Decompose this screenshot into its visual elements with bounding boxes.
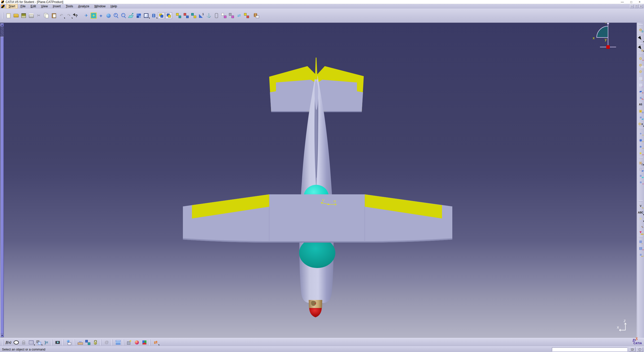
toolbar-handle[interactable] [639,157,643,159]
pan-icon[interactable]: + [98,12,104,19]
cut-icon[interactable]: ✂ [35,12,42,19]
toolbar-handle[interactable] [63,339,64,345]
existing-component-icon[interactable]: ▤→ [638,75,644,81]
measure-between-icon[interactable]: ↔ [77,339,84,346]
scenes-icon[interactable]: ▣◎ [638,160,644,166]
close-button[interactable]: × [639,0,640,4]
swap-visible-space-icon[interactable] [166,12,172,19]
command-input[interactable] [552,347,627,351]
toolbar-handle[interactable] [2,13,4,19]
existing-component-positioned-icon[interactable]: ▤→ [638,82,644,88]
toolbar-handle[interactable] [639,24,643,26]
annotation-query-icon[interactable]: ▤✎ [638,223,644,229]
flag-note-icon[interactable]: ⚑ [638,216,644,222]
iso-view-icon[interactable] [143,12,149,19]
constraints-icon[interactable]: ⇄ [152,339,159,346]
plane-model[interactable] [183,58,452,317]
turntable-icon[interactable] [66,339,72,346]
comments-icon[interactable] [13,339,19,346]
tail-stabilizer-right[interactable] [317,80,363,112]
toolbar-handle[interactable] [639,43,643,45]
link-icon[interactable]: @ [103,339,110,346]
fin-tip-yellow[interactable] [315,58,317,79]
new-component-icon[interactable]: ⚙▪ [638,56,644,62]
whats-this-icon[interactable]: ? [73,12,80,19]
camera-icon[interactable] [54,339,61,346]
generate-numbering-icon[interactable]: A5 [638,101,644,107]
paperclip-icon[interactable] [213,12,220,19]
toolbar-handle[interactable] [51,339,53,345]
fast-multi-instantiation-icon[interactable]: ⚙n [638,121,644,127]
update-gear-icon[interactable] [243,12,250,19]
manage-representations-icon[interactable]: ≡▰ [638,114,644,120]
toolbar-handle[interactable] [112,339,113,345]
distance-band-analysis-icon[interactable]: ≡↩ [638,252,644,258]
material-ball-icon[interactable] [134,339,140,346]
toolbar-handle[interactable] [639,53,643,55]
mdi-restore-button[interactable]: □ [634,5,638,8]
save-icon[interactable] [20,12,27,19]
weld-planner-icon[interactable]: ▼▬ [638,229,644,235]
menu-start[interactable]: Start [6,4,18,9]
menu-analyze[interactable]: Analyze [76,4,91,8]
measure-item-icon[interactable] [85,339,91,346]
redo-icon[interactable]: ↷ [66,12,72,19]
measure-inertia-icon[interactable] [92,339,99,346]
paste-icon[interactable] [51,12,57,19]
3d-viewport[interactable]: V H z x y Z X ▲ [0,23,637,338]
compass[interactable]: z x y [593,23,616,49]
menu-edit[interactable]: Edit [28,4,38,8]
zoom-out-icon[interactable]: − [120,12,127,19]
explode-icon[interactable]: ∗▪ [638,144,644,150]
dialog-toggle-button[interactable] [629,347,635,352]
restore-button[interactable]: □ [630,0,632,4]
swap-arrows-icon[interactable]: ⇄ [236,12,242,19]
scrollbar-thumb[interactable] [1,37,4,334]
stop-manipulate-on-clash-icon[interactable]: ★▪ [638,150,644,156]
new-part-icon[interactable]: ⚙▧ [638,69,644,75]
insert-component-icon[interactable] [183,12,189,19]
normal-view-icon[interactable]: ↗ [128,12,134,19]
toolbar-handle[interactable] [74,339,75,345]
snap-screen-icon[interactable] [221,12,227,19]
equivalent-dimensions-icon[interactable]: }= [43,339,50,346]
text-with-leader-icon[interactable]: ABC [638,209,644,215]
formula-icon[interactable]: f(x) [5,339,12,346]
knowledge-lock-icon[interactable] [35,339,42,346]
anchor-icon[interactable]: ⚓ [206,12,212,19]
menu-window[interactable]: Window [92,4,108,8]
manipulation-icon[interactable]: +▪ [638,130,644,137]
mdi-minimize-button[interactable]: — [630,5,634,8]
lock-icon[interactable] [20,339,27,346]
toolbar-handle[interactable] [639,128,643,129]
magic-material-icon[interactable] [126,339,133,346]
set-square-icon[interactable]: 1 [198,12,205,19]
toolbar-handle[interactable] [149,339,151,345]
tail-stabilizer-left[interactable] [270,80,316,112]
menu-tools[interactable]: Tools [63,4,75,8]
scene-graph-icon[interactable]: ≡▪ [638,179,644,185]
screwdriver-icon[interactable] [228,12,235,19]
select-icon[interactable] [638,36,644,42]
rotate-icon[interactable] [105,12,112,19]
sectioning-icon[interactable]: ▤▪ [638,245,644,251]
graphic-properties-icon[interactable] [141,339,148,346]
render-style-icon[interactable] [150,12,157,19]
scrollbar-track[interactable] [1,27,4,37]
copy-icon[interactable] [43,12,50,19]
fly-mode-icon[interactable]: ✈ [83,12,90,19]
new-document-icon[interactable] [5,12,12,19]
catalog-browser-icon[interactable] [253,12,260,19]
multi-view-icon[interactable] [135,12,142,19]
info-button[interactable]: i [636,347,643,352]
power-select-icon[interactable]: ⚙ [638,46,644,52]
hide-show-icon[interactable] [158,12,165,19]
selective-load-icon[interactable]: ▣≡ [638,108,644,114]
toolbar-handle[interactable] [639,34,643,35]
new-product-icon[interactable]: ⚙▤ [638,62,644,68]
scroll-down-button[interactable]: ▼ [1,334,4,337]
spinner-cone[interactable] [309,308,322,317]
weld-feature-icon[interactable]: V↘ [638,203,644,209]
toolbar-handle[interactable] [123,339,124,345]
publication-icon[interactable] [175,12,182,19]
